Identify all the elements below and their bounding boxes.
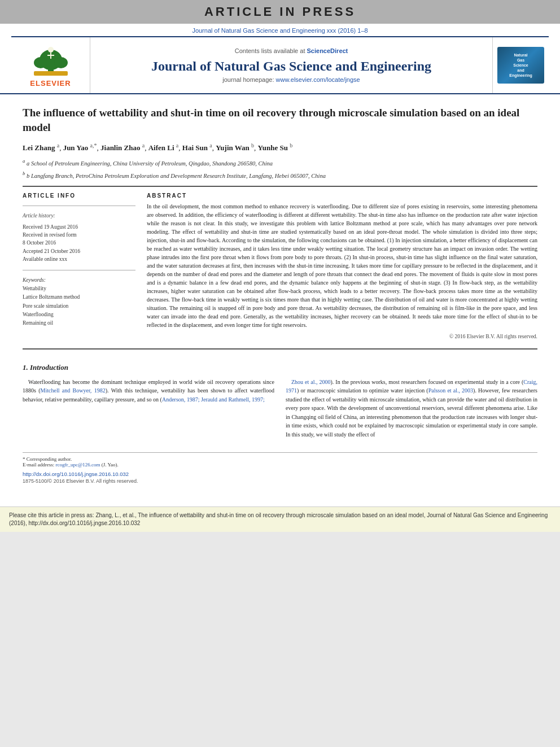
intro-two-col: Waterflooding has become the dominant te… <box>23 378 537 444</box>
section-divider <box>23 348 537 350</box>
author-zhao-sup: a <box>142 142 145 148</box>
author-sun: Hai Sun <box>182 144 208 152</box>
keywords-label: Keywords: <box>23 277 135 283</box>
intro-para-1: Waterflooding has become the dominant te… <box>23 378 274 404</box>
author-sun-sup: a <box>209 142 212 148</box>
author-li: Aifen Li <box>148 144 174 152</box>
article-content: The influence of wettability and shut-in… <box>0 94 560 495</box>
svg-point-2 <box>34 57 47 68</box>
author-zhao: Jianlin Zhao <box>100 144 140 152</box>
intro-col-left: Waterflooding has become the dominant te… <box>23 378 274 444</box>
copyright-line: © 2016 Elsevier B.V. All rights reserved… <box>147 334 537 339</box>
affiliation-b: b b Langfang Branch, PetroChina Petroleu… <box>23 170 537 180</box>
available-date: Available online xxx <box>23 255 135 263</box>
two-col-section: ARTICLE INFO Article history: Received 1… <box>23 193 537 339</box>
ref-palsson[interactable]: Palsson et al., 2003 <box>428 387 473 394</box>
email-line: E-mail address: rcogfr_upc@126.com (J. Y… <box>23 462 537 468</box>
homepage-link[interactable]: www.elsevier.com/locate/jngse <box>276 76 360 83</box>
ref-anderson[interactable]: Anderson, 1987; Jerauld and Rathmell, 19… <box>162 396 265 403</box>
article-info-col: ARTICLE INFO Article history: Received 1… <box>23 193 135 339</box>
journal-logo-area: NaturalGasScienceandEngineering <box>492 37 549 93</box>
keywords-divider <box>23 270 135 270</box>
header-section: ELSEVIER Contents lists available at Sci… <box>0 37 560 94</box>
bottom-notice: Please cite this article in press as: Zh… <box>0 506 560 532</box>
history-label: Article history: <box>23 213 135 219</box>
accepted-date: Accepted 21 October 2016 <box>23 247 135 255</box>
keyword-2: Lattice Boltzmann method <box>23 293 135 302</box>
received-date: Received 19 August 2016 <box>23 223 135 231</box>
keyword-5: Remaining oil <box>23 319 135 327</box>
sciencedirect-link[interactable]: ScienceDirect <box>307 47 348 54</box>
info-dates: Received 19 August 2016 Received in revi… <box>23 223 135 263</box>
divider-thick <box>23 186 537 187</box>
author-wan: Yujin Wan <box>216 144 250 152</box>
author-zhang: Lei Zhang <box>23 144 55 152</box>
info-divider <box>23 206 135 206</box>
intro-col-right: Zhou et al., 2000). In the previous work… <box>286 378 537 444</box>
svg-rect-4 <box>34 71 68 76</box>
page-wrapper: ArTICLE IN PRESS Journal of Natural Gas … <box>0 0 560 532</box>
journal-line-text: Journal of Natural Gas Science and Engin… <box>192 27 368 34</box>
author-yao: Jun Yao <box>63 144 89 152</box>
corresponding-note: * Corresponding author. <box>23 456 537 462</box>
intro-para-2: Zhou et al., 2000). In the previous work… <box>286 378 537 439</box>
affiliation-a: a a School of Petroleum Engineering, Chi… <box>23 158 537 168</box>
article-in-press-text: ArTICLE IN PRESS <box>204 5 356 19</box>
article-in-press-bar: ArTICLE IN PRESS <box>0 0 560 24</box>
keyword-4: Waterflooding <box>23 311 135 319</box>
email-link[interactable]: rcogfr_upc@126.com <box>55 462 100 468</box>
logo-text: NaturalGasScienceandEngineering <box>509 53 532 78</box>
svg-point-5 <box>48 47 54 53</box>
abstract-col: ABSTRACT In the oil development, the mos… <box>147 193 537 339</box>
author-yao-sup: a,* <box>90 142 97 148</box>
author-li-sup: a <box>176 142 178 148</box>
email-name: (J. Yao). <box>102 462 119 468</box>
rights-line: 1875-5100/© 2016 Elsevier B.V. All right… <box>23 478 537 484</box>
sciencedirect-prefix: Contents lists available at <box>235 47 307 54</box>
revised-date: Received in revised form8 October 2016 <box>23 231 135 247</box>
keyword-3: Pore scale simulation <box>23 302 135 311</box>
journal-title-main: Journal of Natural Gas Science and Engin… <box>151 59 431 74</box>
footnote-area: * Corresponding author. E-mail address: … <box>23 452 537 484</box>
article-info-header: ARTICLE INFO <box>23 193 135 199</box>
ref-mitchell[interactable]: Mitchell and Bowyer, 1982 <box>41 387 106 394</box>
author-su: Yunhe Su <box>258 144 288 152</box>
author-zhang-sup: a <box>57 142 59 148</box>
bottom-notice-text: Please cite this article in press as: Zh… <box>9 512 548 526</box>
homepage-prefix: journal homepage: <box>222 76 275 83</box>
abstract-text: In the oil development, the most common … <box>147 202 537 329</box>
elsevier-tree-logo <box>28 43 73 77</box>
homepage-line: journal homepage: www.elsevier.com/locat… <box>222 76 360 83</box>
ref-zhou[interactable]: Zhou et al., 2000 <box>291 379 331 385</box>
authors-line: Lei Zhang a, Jun Yao a,*, Jianlin Zhao a… <box>23 142 537 152</box>
abstract-header: ABSTRACT <box>147 193 537 199</box>
section-title: 1. Introduction <box>23 363 537 372</box>
svg-point-3 <box>54 57 68 68</box>
introduction-section: 1. Introduction Waterflooding has become… <box>23 363 537 484</box>
keywords-list: Wettability Lattice Boltzmann method Por… <box>23 285 135 327</box>
doi-link[interactable]: http://dx.doi.org/10.1016/j.jngse.2016.1… <box>23 471 537 477</box>
article-title: The influence of wettability and shut-in… <box>23 106 537 134</box>
journal-line: Journal of Natural Gas Science and Engin… <box>0 24 560 36</box>
author-wan-sup: b <box>251 142 254 148</box>
elsevier-logo-area: ELSEVIER <box>11 37 90 93</box>
author-su-sup: b <box>290 142 292 148</box>
keyword-1: Wettability <box>23 285 135 293</box>
header-center: Contents lists available at ScienceDirec… <box>90 37 492 93</box>
journal-logo-img: NaturalGasScienceandEngineering <box>497 47 544 84</box>
elsevier-label: ELSEVIER <box>30 79 71 88</box>
email-label: E-mail address: <box>23 462 55 468</box>
sciencedirect-line: Contents lists available at ScienceDirec… <box>235 47 348 54</box>
